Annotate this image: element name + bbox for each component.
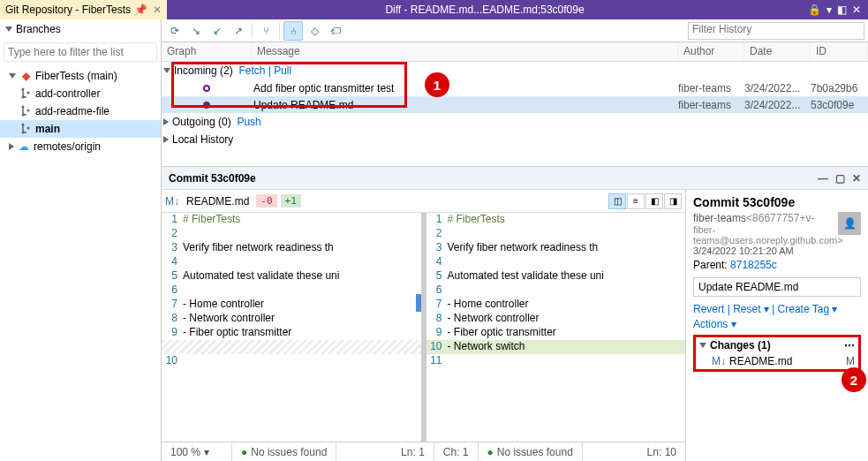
changed-file-item[interactable]: M↓ README.md M xyxy=(696,353,858,369)
push-link[interactable]: Push xyxy=(237,116,260,128)
history-columns: Graph Message Author Date ID xyxy=(162,42,868,62)
commit-row[interactable]: Add fiber optic transmitter test fiber-t… xyxy=(162,79,868,96)
file-icon: M↓ xyxy=(165,195,179,208)
fetch-pull-links[interactable]: Fetch | Pull xyxy=(238,64,291,77)
zoom-level[interactable]: 100 % ▾ xyxy=(162,442,232,461)
branch-filter-input[interactable] xyxy=(4,46,156,58)
refresh-button[interactable]: ⟳ xyxy=(165,21,185,41)
window-controls: 🔒 ▾ ◧ ✕ xyxy=(808,4,868,16)
diff-file-name[interactable]: README.md xyxy=(183,193,253,209)
branch-item-main[interactable]: main xyxy=(0,120,161,138)
commit-message-box[interactable]: Update README.md xyxy=(693,277,861,297)
col-date[interactable]: Date xyxy=(744,42,811,61)
commit-row-selected[interactable]: Update README.md fiber-teams 3/24/2022..… xyxy=(162,96,868,113)
tag-toggle[interactable]: 🏷 xyxy=(326,21,345,41)
tool-window-tab[interactable]: Git Repository - FiberTests 📌 ✕ xyxy=(0,0,167,19)
issues-status[interactable]: ●No issues found xyxy=(232,442,336,461)
left-only-button[interactable]: ◧ xyxy=(645,193,663,209)
fetch-button[interactable]: ↘ xyxy=(186,21,206,41)
lock-icon[interactable]: 🔒 xyxy=(808,4,821,16)
branch-icon xyxy=(19,123,32,135)
diff-file-bar: M↓ README.md -0 +1 ◫ ≡ ◧ ◨ xyxy=(162,190,685,213)
commit-date: 3/24/2022... xyxy=(744,99,811,111)
branch-button[interactable]: ⑂ xyxy=(256,21,275,41)
col-author[interactable]: Author xyxy=(678,42,744,61)
collapse-icon xyxy=(163,118,169,125)
outgoing-group[interactable]: Outgoing (0) Push xyxy=(162,113,868,131)
tab-bar: Git Repository - FiberTests 📌 ✕ Diff - R… xyxy=(0,0,868,19)
close-icon[interactable]: ✕ xyxy=(153,4,162,16)
added-badge: +1 xyxy=(281,194,301,208)
commit-title: Commit 53c0f09e xyxy=(693,195,795,209)
close-icon[interactable]: ✕ xyxy=(852,172,861,185)
incoming-label: Incoming (2) xyxy=(174,64,233,77)
change-type-badge: M xyxy=(846,355,855,367)
collapse-icon xyxy=(9,143,14,150)
maximize-icon[interactable]: ▢ xyxy=(835,172,845,185)
remotes-node[interactable]: ☁ remotes/origin xyxy=(0,138,161,155)
side-by-side-button[interactable]: ◫ xyxy=(608,193,626,209)
svg-point-0 xyxy=(22,88,25,91)
local-history-label: Local History xyxy=(172,133,233,146)
commit-parent: Parent: 8718255c xyxy=(693,259,861,271)
svg-point-8 xyxy=(27,127,30,130)
col-graph[interactable]: Graph xyxy=(162,42,252,61)
commit-info-panel: Commit 53c0f09e 👤 fiber-teams<86677757+v… xyxy=(686,190,868,461)
pull-button[interactable]: ↙ xyxy=(208,21,227,41)
right-only-button[interactable]: ◨ xyxy=(664,193,682,209)
push-button[interactable]: ↗ xyxy=(229,21,248,41)
collapse-icon xyxy=(163,136,169,143)
commit-actions-1[interactable]: Revert | Reset ▾ | Create Tag ▾ xyxy=(693,303,861,315)
diff-left-pane[interactable]: 1# FiberTests 2 3Verify fiber network re… xyxy=(162,213,426,442)
svg-point-4 xyxy=(22,114,25,117)
graph-node-icon xyxy=(203,85,210,92)
commit-detail-title: Commit 53c0f09e xyxy=(169,172,256,185)
commit-author-line: fiber-teams<86677757+v- xyxy=(693,212,861,224)
commit-actions-2[interactable]: Actions ▾ xyxy=(693,318,861,330)
tab-title: Git Repository - FiberTests xyxy=(5,4,131,16)
branch-icon xyxy=(19,87,32,100)
changes-header[interactable]: Changes (1) ⋯ xyxy=(696,337,858,353)
window-close-icon[interactable]: ✕ xyxy=(852,4,861,16)
file-icon: M↓ xyxy=(712,355,726,367)
diff-split-view[interactable]: 1# FiberTests 2 3Verify fiber network re… xyxy=(162,213,685,442)
diff-right-pane[interactable]: 1# FiberTests 2 3Verify fiber network re… xyxy=(426,213,686,442)
repo-node[interactable]: ◆ FiberTests (main) xyxy=(0,67,161,85)
commit-detail-header: Commit 53c0f09e — ▢ ✕ xyxy=(162,167,868,190)
cursor-pos-right: Ln: 10 xyxy=(638,442,685,461)
commit-author: fiber-teams xyxy=(678,99,744,111)
branch-filter[interactable] xyxy=(4,42,157,62)
graph-toggle[interactable]: ⑃ xyxy=(283,21,303,41)
issues-status-right[interactable]: ●No issues found xyxy=(479,442,583,461)
changes-section: Changes (1) ⋯ M↓ README.md M xyxy=(693,335,861,372)
history-filter-input[interactable] xyxy=(689,23,864,35)
diff-view-buttons: ◫ ≡ ◧ ◨ xyxy=(608,193,682,209)
filter-toggle[interactable]: ◇ xyxy=(305,21,324,41)
char-pos: Ch: 1 xyxy=(434,442,479,461)
branch-item[interactable]: add-readme-file xyxy=(0,102,161,120)
svg-point-6 xyxy=(22,124,25,126)
more-icon[interactable]: ⋯ xyxy=(844,339,855,351)
history-filter[interactable] xyxy=(688,22,864,40)
repo-label: FiberTests (main) xyxy=(35,70,117,82)
minimize-icon[interactable]: — xyxy=(818,172,828,185)
history-body: Incoming (2) Fetch | Pull Add fiber opti… xyxy=(162,62,868,148)
inline-button[interactable]: ≡ xyxy=(627,193,645,209)
parent-sha-link[interactable]: 8718255c xyxy=(730,259,777,271)
local-history-group[interactable]: Local History xyxy=(162,131,868,148)
changed-file-name: README.md xyxy=(729,355,792,367)
commit-timestamp: 3/24/2022 10:21:20 AM xyxy=(693,246,861,256)
dropdown-icon[interactable]: ▾ xyxy=(826,4,832,16)
window-float-icon[interactable]: ◧ xyxy=(837,4,847,16)
pin-icon[interactable]: 📌 xyxy=(134,4,147,16)
history-area: ⟳ ↘ ↙ ↗ ⑂ ⑃ ◇ 🏷 Graph Message Author Dat… xyxy=(162,19,868,461)
col-id[interactable]: ID xyxy=(811,42,868,61)
diff-marker xyxy=(416,294,421,312)
branch-item[interactable]: add-controller xyxy=(0,85,161,102)
history-toolbar: ⟳ ↘ ↙ ↗ ⑂ ⑃ ◇ 🏷 xyxy=(162,19,868,42)
incoming-group[interactable]: Incoming (2) Fetch | Pull xyxy=(162,62,868,79)
chevron-down-icon: ▾ xyxy=(204,446,209,458)
col-message[interactable]: Message xyxy=(252,42,678,61)
branches-header[interactable]: Branches xyxy=(0,19,161,39)
commit-date: 3/24/2022... xyxy=(744,82,811,94)
